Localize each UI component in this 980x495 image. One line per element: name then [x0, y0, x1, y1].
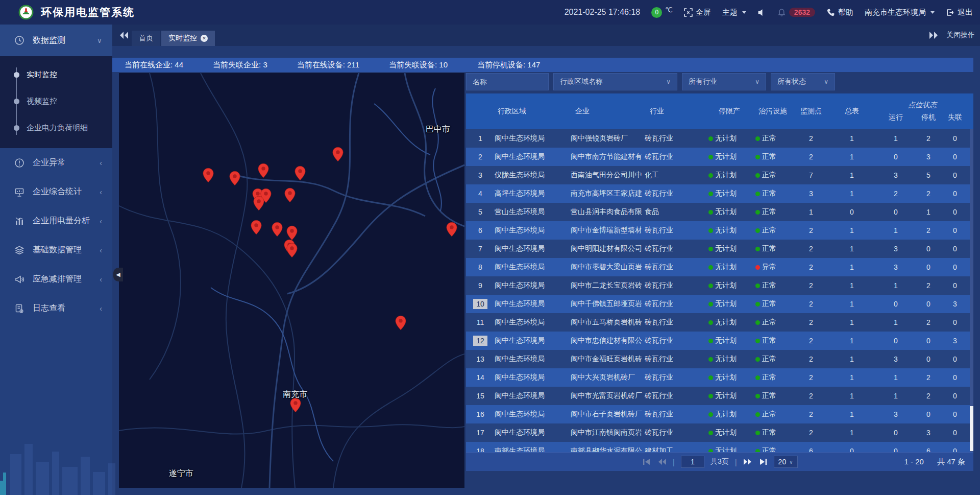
fullscreen-button[interactable]: 全屏: [684, 8, 711, 17]
stop-limit-status-label: 无计划: [715, 171, 737, 180]
table-row[interactable]: 13阆中生态环境局阆中市金福旺页岩机砖砖瓦行业无计划正常21300: [466, 350, 973, 368]
last-page-icon[interactable]: [758, 458, 768, 466]
datetime: 2021-02-25 17:46:18: [565, 8, 641, 17]
page-size-select[interactable]: 20 ∨: [774, 456, 798, 468]
table-row[interactable]: 17阆中生态环境局阆中市江南镇阆南页岩砖瓦行业无计划正常21030: [466, 423, 973, 442]
table-row[interactable]: 14阆中生态环境局阆中大兴页岩机砖厂砖瓦行业无计划正常21120: [466, 368, 973, 387]
prev-page-icon[interactable]: [657, 458, 667, 466]
sidebar-item-power-load-detail[interactable]: 企业电力负荷明细: [0, 114, 112, 141]
stop-limit-status-cell: 无计划: [706, 244, 753, 253]
sidebar-item-base-data-management[interactable]: 基础数据管理‹: [0, 235, 112, 265]
map-pin-icon[interactable]: [258, 163, 269, 178]
table-row[interactable]: 2阆中生态环境局阆中市南方节能建材有砖瓦行业无计划正常21030: [466, 148, 973, 166]
scrollbar-thumb[interactable]: [970, 406, 973, 451]
notifications[interactable]: 2632: [777, 8, 815, 17]
tab-close-icon[interactable]: ✕: [201, 35, 208, 42]
company-cell: 阆中强锐页岩砖厂: [568, 134, 643, 143]
mute-button[interactable]: [757, 8, 766, 17]
table-row[interactable]: 11阆中生态环境局阆中市五马桥页岩机砖砖瓦行业无计划正常21120: [466, 313, 973, 332]
region-filter-select[interactable]: 行政区域名称 ∨: [553, 73, 677, 90]
vertical-scrollbar[interactable]: [970, 129, 973, 452]
sidebar-nav: 数据监测∨实时监控视频监控企业电力负荷明细企业异常‹企业综合统计‹企业用电量分析…: [0, 25, 112, 495]
map-pin-icon[interactable]: [229, 171, 240, 186]
phone-icon: [826, 8, 835, 17]
sidebar-item-data-monitoring[interactable]: 数据监测∨: [0, 25, 112, 56]
table-row[interactable]: 10阆中生态环境局阆中千佛镇五郎垭页岩砖瓦行业无计划正常21003: [466, 295, 973, 313]
stop-limit-status-cell: 无计划: [706, 263, 753, 272]
map-pin-icon[interactable]: [295, 166, 306, 181]
row-index-cell: 18: [466, 446, 495, 452]
map-pin-icon[interactable]: [253, 196, 264, 211]
map-pin-icon[interactable]: [332, 147, 344, 162]
table-row[interactable]: 16阆中生态环境局阆中市石子页岩机砖厂砖瓦行业无计划正常21300: [466, 405, 973, 423]
industry-cell: 砖瓦行业: [643, 336, 706, 345]
status-dot-icon: [708, 339, 713, 343]
map-pin-icon[interactable]: [272, 222, 283, 237]
sidebar-item-power-usage-analysis[interactable]: 企业用电量分析‹: [0, 206, 112, 235]
page-number-input[interactable]: [681, 456, 704, 468]
map-pin-icon[interactable]: [395, 315, 406, 331]
halted-count: 2: [917, 190, 940, 198]
user-menu[interactable]: 南充市生态环境局: [865, 8, 935, 17]
table-row[interactable]: 18南部生态环境局南部县砌华水泥有限公建材加工无计划正常60060: [466, 442, 973, 452]
table-row[interactable]: 9阆中生态环境局阆中市二龙长宝页岩砖砖瓦行业无计划正常21120: [466, 276, 973, 295]
row-index: 14: [473, 372, 487, 383]
collapse-tabs-left-icon[interactable]: [118, 30, 130, 41]
chevron-left-icon: ‹: [100, 275, 102, 284]
map-pin-icon[interactable]: [284, 187, 296, 203]
map-pin-icon[interactable]: [251, 220, 262, 235]
status-dot-icon: [708, 357, 713, 362]
pollution-facility-status-label: 正常: [762, 410, 776, 419]
map-pin-icon[interactable]: [286, 225, 298, 241]
sidebar-item-enterprise-abnormal[interactable]: 企业异常‹: [0, 148, 112, 177]
map-pin-icon[interactable]: [203, 168, 214, 183]
expand-tabs-right-icon[interactable]: [928, 30, 939, 41]
row-index: 13: [473, 354, 487, 364]
table-row[interactable]: 6阆中生态环境局阆中市金博瑞新型墙材砖瓦行业无计划正常21120: [466, 221, 973, 240]
sidebar-item-enterprise-statistics[interactable]: 企业综合统计‹: [0, 177, 112, 206]
map-collapse-handle[interactable]: ◀: [113, 268, 123, 281]
status-filter-select[interactable]: 所有状态 ∨: [771, 73, 835, 90]
table-row[interactable]: 12阆中生态环境局阆中市忠信建材有限公砖瓦行业无计划正常21003: [466, 332, 973, 350]
company-cell: 南充市高坪区王家店建: [568, 189, 643, 198]
close-operations-button[interactable]: 关闭操作: [946, 31, 975, 40]
help-label: 帮助: [838, 8, 853, 17]
sidebar-item-emergency-reduction[interactable]: 应急减排管理‹: [0, 265, 112, 294]
table-row[interactable]: 8阆中生态环境局阆中市枣碧大梁山页岩砖瓦行业无计划异常21300: [466, 258, 973, 276]
table-row[interactable]: 1阆中生态环境局阆中强锐页岩砖厂砖瓦行业无计划正常21120: [466, 129, 973, 148]
temperature-badge: 0: [651, 7, 662, 18]
sidebar-item-video-monitoring[interactable]: 视频监控: [0, 88, 112, 114]
sidebar-item-log-view[interactable]: 日志查看‹: [0, 294, 112, 323]
industry-filter-select[interactable]: 所有行业 ∨: [682, 73, 766, 90]
table-row[interactable]: 15阆中生态环境局阆中市光富页岩机砖厂砖瓦行业无计划正常21120: [466, 387, 973, 405]
tab-home[interactable]: 首页: [132, 31, 160, 46]
theme-menu[interactable]: 主题: [722, 8, 746, 17]
logout-button[interactable]: 退出: [946, 8, 973, 17]
running-count: 3: [874, 171, 917, 179]
pollution-facility-status-cell: 异常: [753, 263, 793, 272]
stop-limit-status-label: 无计划: [715, 391, 737, 400]
stat-item: 当前在线企业: 44: [125, 60, 183, 70]
row-index-cell: 17: [466, 428, 495, 438]
map-pin-icon[interactable]: [286, 243, 298, 258]
status-dot-icon: [708, 210, 713, 215]
name-filter-input[interactable]: [473, 78, 542, 86]
sidebar-item-label: 应急减排管理: [33, 274, 82, 285]
submenu-bullet-icon: [14, 99, 19, 104]
first-page-icon[interactable]: [642, 458, 651, 466]
help-button[interactable]: 帮助: [826, 8, 853, 17]
running-count: 1: [874, 226, 917, 234]
next-page-icon[interactable]: [743, 458, 752, 466]
region-cell: 营山生态环境局: [495, 207, 568, 217]
tab-realtime-monitoring[interactable]: 实时监控✕: [161, 31, 215, 46]
sidebar-item-realtime-monitoring[interactable]: 实时监控: [0, 61, 112, 88]
table-row[interactable]: 7阆中生态环境局阆中明阳建材有限公司砖瓦行业无计划正常21300: [466, 240, 973, 258]
table-row[interactable]: 3仪陇生态环境局西南油气田分公司川中化工无计划正常71350: [466, 166, 973, 184]
table-row[interactable]: 4高坪生态环境局南充市高坪区王家店建砖瓦行业无计划正常31220: [466, 184, 973, 203]
table-row[interactable]: 5营山生态环境局营山县润丰肉食品有限食品无计划正常10010: [466, 203, 973, 221]
pollution-facility-status-cell: 正常: [753, 171, 793, 180]
row-index: 5: [473, 207, 487, 217]
map-canvas[interactable]: 巴中市南充市遂宁市: [119, 73, 464, 488]
pollution-facility-status-cell: 正常: [753, 336, 793, 345]
map-pin-icon[interactable]: [446, 222, 457, 237]
